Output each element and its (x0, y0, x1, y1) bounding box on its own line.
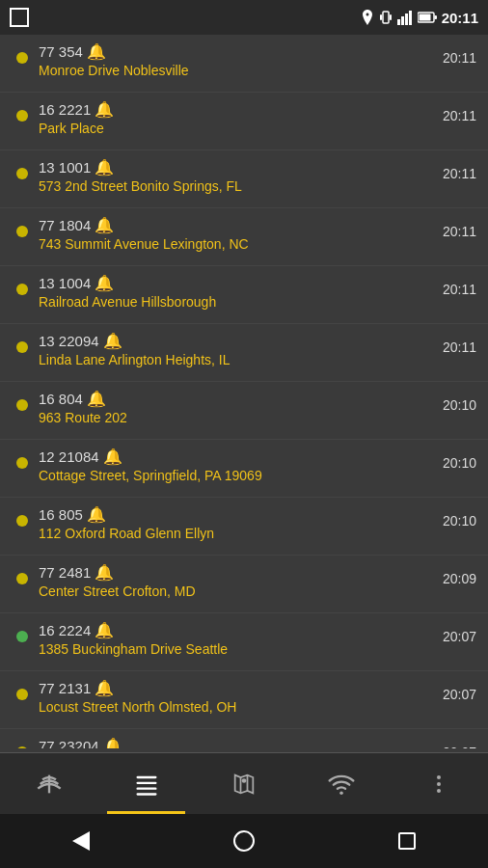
item-title: 13 1001🔔 (39, 158, 435, 176)
list-item[interactable]: 77 354🔔Monroe Drive Noblesville20:11 (0, 35, 488, 93)
item-content: 77 23204🔔421 Holly Court Thornton (33, 737, 435, 748)
item-time: 20:10 (435, 505, 476, 529)
item-time: 20:07 (435, 737, 476, 748)
item-content: 77 2481🔔Center Street Crofton, MD (33, 563, 435, 599)
svg-rect-3 (397, 19, 400, 25)
status-bar-right: 20:11 (361, 10, 478, 26)
list-item[interactable]: 13 1001🔔573 2nd Street Bonito Springs, F… (0, 150, 488, 208)
item-title: 13 1004🔔 (39, 274, 435, 292)
status-bar-left (10, 8, 29, 27)
item-code: 77 1804 (39, 217, 91, 233)
item-time: 20:11 (435, 216, 476, 239)
item-content: 13 22094🔔Linda Lane Arlington Heights, I… (33, 332, 435, 367)
bell-emoji: 🔔 (87, 390, 106, 408)
item-code: 77 2481 (39, 564, 91, 581)
svg-rect-4 (401, 16, 404, 25)
status-dot (16, 168, 28, 179)
bell-emoji: 🔔 (95, 563, 114, 582)
dot-col (12, 100, 33, 122)
item-time: 20:07 (435, 621, 476, 644)
list-item[interactable]: 12 21084🔔Cottage Street, Springfield, PA… (0, 440, 488, 498)
list-item[interactable]: 77 23204🔔421 Holly Court Thornton20:07 (0, 729, 488, 748)
item-code: 16 804 (39, 391, 83, 407)
list-item[interactable]: 77 2131🔔Locust Street North Olmsted, OH2… (0, 671, 488, 729)
status-time: 20:11 (442, 10, 478, 26)
nav-item-wifi[interactable] (293, 753, 391, 814)
list-item[interactable]: 77 1804🔔743 Summit Avenue Lexington, NC2… (0, 208, 488, 266)
item-content: 13 1004🔔Railroad Avenue Hillsborough (33, 274, 435, 310)
dot-col (12, 390, 33, 411)
dot-col (12, 42, 33, 64)
list-item[interactable]: 13 1004🔔Railroad Avenue Hillsborough20:1… (0, 266, 488, 324)
item-content: 16 2221🔔Park Place (33, 100, 435, 136)
svg-point-18 (339, 791, 343, 795)
wifi-icon (328, 771, 355, 798)
item-address: Locust Street North Olmsted, OH (39, 699, 435, 715)
list-item[interactable]: 16 2224🔔1385 Buckingham Drive Seattle20:… (0, 613, 488, 671)
status-dot (16, 341, 28, 353)
nav-item-tower[interactable] (0, 753, 97, 814)
item-time: 20:11 (435, 274, 476, 297)
item-code: 16 2221 (39, 101, 91, 118)
item-address: 112 Oxford Road Glenn Ellyn (39, 526, 435, 541)
dot-col (12, 679, 33, 700)
bell-emoji: 🔔 (87, 505, 106, 524)
status-dot (16, 515, 28, 527)
status-bar: 20:11 (0, 0, 488, 35)
nav-item-map[interactable] (195, 753, 292, 814)
recents-button[interactable] (388, 822, 426, 860)
list-area: 77 354🔔Monroe Drive Noblesville20:1116 2… (0, 35, 488, 748)
item-time: 20:11 (435, 42, 476, 66)
dot-col (12, 621, 33, 642)
location-icon (361, 10, 374, 25)
item-time: 20:09 (435, 563, 476, 586)
status-dot (16, 226, 28, 237)
bell-emoji: 🔔 (95, 216, 114, 234)
item-time: 20:07 (435, 679, 476, 702)
list-icon (133, 771, 160, 798)
item-time: 20:11 (435, 158, 476, 181)
item-title: 77 2481🔔 (39, 563, 435, 582)
list-item[interactable]: 16 805🔔112 Oxford Road Glenn Ellyn20:10 (0, 498, 488, 556)
item-title: 16 2221🔔 (39, 100, 435, 119)
svg-rect-13 (136, 787, 156, 789)
item-title: 16 804🔔 (39, 390, 435, 408)
item-time: 20:11 (435, 332, 476, 355)
signal-icon (397, 10, 413, 25)
list-item[interactable]: 13 22094🔔Linda Lane Arlington Heights, I… (0, 324, 488, 382)
back-icon (72, 831, 90, 851)
more-icon (437, 771, 441, 798)
bell-emoji: 🔔 (103, 332, 122, 350)
recents-icon (398, 832, 416, 850)
item-title: 12 21084🔔 (39, 448, 435, 466)
dot-col (12, 505, 33, 527)
list-item[interactable]: 16 2221🔔Park Place20:11 (0, 93, 488, 150)
item-code: 13 22094 (39, 333, 99, 349)
svg-rect-8 (434, 15, 437, 19)
status-dot (16, 110, 28, 122)
item-address: Cottage Street, Springfield, PA 19069 (39, 468, 435, 483)
dot-col (12, 274, 33, 295)
bell-emoji: 🔔 (95, 274, 114, 292)
item-content: 77 354🔔Monroe Drive Noblesville (33, 42, 435, 78)
nav-item-list[interactable] (97, 753, 195, 814)
item-address: Center Street Crofton, MD (39, 583, 435, 599)
svg-rect-5 (405, 14, 408, 25)
item-code: 13 1001 (39, 159, 91, 176)
svg-rect-14 (136, 793, 156, 795)
item-code: 12 21084 (39, 448, 99, 465)
svg-rect-9 (419, 14, 430, 21)
status-square-icon (10, 8, 29, 27)
item-address: Park Place (39, 121, 435, 136)
home-button[interactable] (225, 822, 263, 860)
item-content: 12 21084🔔Cottage Street, Springfield, PA… (33, 448, 435, 483)
item-code: 77 354 (39, 43, 83, 60)
list-item[interactable]: 16 804🔔963 Route 20220:10 (0, 382, 488, 440)
item-content: 16 2224🔔1385 Buckingham Drive Seattle (33, 621, 435, 657)
item-code: 77 23204 (39, 738, 99, 748)
nav-item-more[interactable] (391, 753, 488, 814)
list-item[interactable]: 77 2481🔔Center Street Crofton, MD20:09 (0, 556, 488, 613)
svg-rect-12 (136, 781, 156, 783)
item-time: 20:10 (435, 448, 476, 471)
back-button[interactable] (62, 822, 100, 860)
